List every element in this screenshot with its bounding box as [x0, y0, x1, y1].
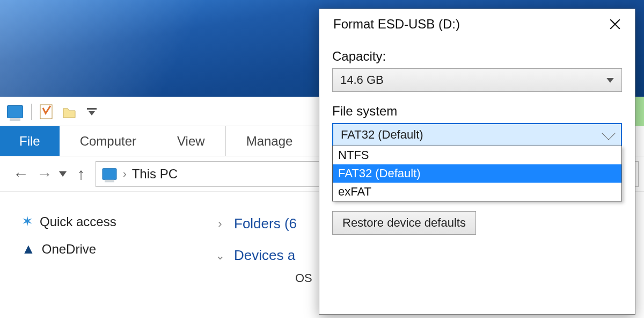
capacity-value: 14.6 GB: [340, 73, 384, 87]
history-dropdown-icon[interactable]: [59, 171, 67, 177]
tab-computer[interactable]: Computer: [60, 126, 157, 156]
sidebar-item-onedrive[interactable]: ▲ OneDrive: [21, 235, 204, 263]
separator: [31, 104, 32, 120]
dialog-title: Format ESD-USB (D:): [333, 17, 460, 32]
filesystem-label: File system: [332, 104, 622, 119]
tab-computer-label: Computer: [80, 134, 136, 149]
group-label: Devices a: [234, 247, 295, 264]
tab-view[interactable]: View: [157, 126, 225, 156]
star-icon: ✶: [21, 213, 33, 230]
tab-view-label: View: [177, 134, 205, 149]
chevron-down-icon: [606, 78, 614, 83]
chevron-down-icon: [602, 126, 615, 140]
dialog-body: Capacity: 14.6 GB File system FAT32 (Def…: [319, 39, 635, 235]
up-button[interactable]: ↑: [72, 165, 90, 183]
filesystem-value: FAT32 (Default): [341, 128, 423, 142]
monitor-icon: [4, 101, 26, 122]
filesystem-option-ntfs[interactable]: NTFS: [333, 146, 621, 164]
filesystem-option-fat32[interactable]: FAT32 (Default): [333, 164, 621, 183]
group-label: Folders (6: [234, 215, 297, 232]
close-icon: [609, 18, 621, 30]
dialog-titlebar: Format ESD-USB (D:): [319, 9, 635, 39]
chevron-down-icon: ⌄: [215, 249, 225, 263]
back-button[interactable]: ←: [12, 165, 30, 183]
tab-file-label: File: [19, 134, 40, 149]
format-dialog: Format ESD-USB (D:) Capacity: 14.6 GB Fi…: [319, 9, 635, 315]
navigation-pane: ✶ Quick access ▲ OneDrive: [0, 192, 204, 318]
pc-icon: [103, 168, 117, 180]
new-folder-icon[interactable]: [58, 101, 80, 122]
qat-customize-icon[interactable]: [81, 101, 103, 122]
restore-defaults-button[interactable]: Restore device defaults: [332, 211, 476, 235]
properties-icon[interactable]: [36, 101, 57, 122]
forward-button[interactable]: →: [35, 165, 54, 183]
capacity-combobox[interactable]: 14.6 GB: [332, 68, 622, 92]
tab-file[interactable]: File: [0, 126, 60, 156]
chevron-right-icon: ›: [215, 217, 225, 231]
sidebar-item-label: Quick access: [40, 214, 116, 229]
close-button[interactable]: [603, 13, 627, 35]
cloud-icon: ▲: [21, 241, 35, 257]
filesystem-combobox[interactable]: FAT32 (Default) NTFS FAT32 (Default) exF…: [332, 123, 622, 147]
sidebar-item-label: OneDrive: [42, 242, 96, 257]
tab-manage-label: Manage: [246, 134, 293, 149]
filesystem-option-exfat[interactable]: exFAT: [333, 183, 621, 201]
filesystem-dropdown: NTFS FAT32 (Default) exFAT: [332, 146, 622, 201]
address-text: This PC: [132, 167, 178, 182]
chevron-right-icon: ›: [123, 168, 127, 180]
restore-defaults-label: Restore device defaults: [342, 216, 466, 229]
sidebar-item-quick-access[interactable]: ✶ Quick access: [21, 208, 204, 235]
capacity-label: Capacity:: [332, 49, 622, 64]
tab-manage[interactable]: Manage: [225, 126, 313, 156]
